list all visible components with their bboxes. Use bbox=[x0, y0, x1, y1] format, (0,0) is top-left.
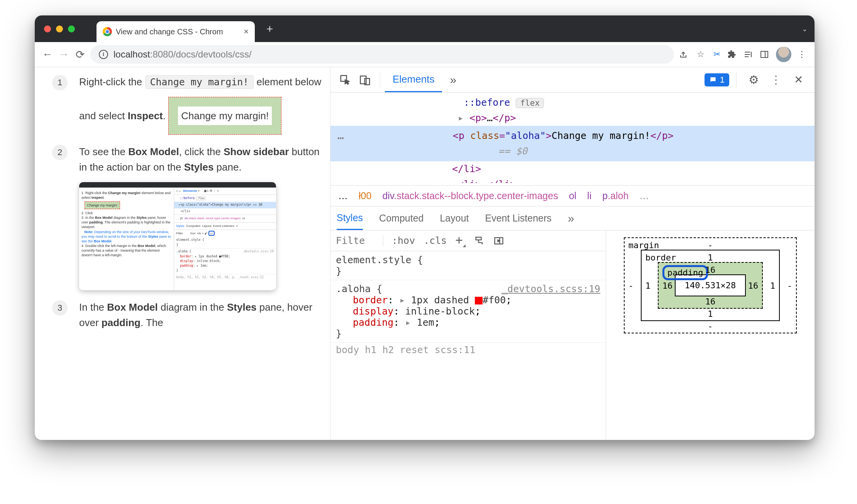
crumb-item[interactable]: p.aloh bbox=[602, 190, 628, 201]
forward-button[interactable]: → bbox=[58, 48, 69, 61]
step-text: Right-click the bbox=[79, 76, 145, 88]
step-number: 2 bbox=[52, 145, 68, 160]
menu-icon[interactable]: ⋮ bbox=[796, 49, 808, 59]
issues-badge[interactable]: 1 bbox=[705, 73, 729, 86]
css-rule[interactable]: _devtools.scss:19 .aloha { border: ▸ 1px… bbox=[330, 280, 606, 343]
kebab-icon[interactable]: ⋮ bbox=[770, 74, 782, 86]
crumb-item[interactable]: div.stack.stack--block.type.center-image… bbox=[382, 190, 558, 201]
eq0-indicator: == $0 bbox=[352, 144, 815, 159]
bm-padding-label: padding bbox=[662, 265, 708, 280]
css-rule[interactable]: element.style { } bbox=[330, 251, 606, 280]
tab-more[interactable]: » bbox=[442, 67, 464, 92]
screenshot-thumbnail: 1 Right-click the Change my margin! elem… bbox=[79, 182, 276, 290]
svg-rect-2 bbox=[361, 76, 366, 84]
cls-toggle[interactable]: .cls bbox=[423, 235, 447, 246]
crumb-item[interactable]: ol bbox=[569, 190, 576, 201]
settings-icon[interactable]: ⚙ bbox=[747, 74, 760, 86]
pseudo-before[interactable]: ::before bbox=[464, 97, 510, 108]
bookmark-icon[interactable]: ☆ bbox=[695, 49, 706, 59]
dom-breadcrumbs[interactable]: … ł00 div.stack.stack--block.type.center… bbox=[330, 185, 815, 206]
box-model-diagram[interactable]: margin - - - - border 1 1 1 1 padding bbox=[606, 230, 815, 440]
new-tab-button[interactable]: + bbox=[266, 22, 273, 36]
tab-more[interactable]: » bbox=[568, 212, 574, 225]
styles-tabs: Styles Computed Layout Event Listeners » bbox=[330, 206, 815, 230]
bm-margin-label: margin bbox=[628, 240, 659, 250]
svg-rect-0 bbox=[761, 51, 768, 58]
styles-filter-bar: :hov .cls +◢ bbox=[330, 230, 606, 251]
dom-tree[interactable]: ::before flex ▸ <p>…</p> ⋯ <p class="alo… bbox=[330, 93, 815, 185]
color-swatch[interactable] bbox=[475, 297, 483, 304]
tab-elements[interactable]: Elements bbox=[385, 67, 442, 92]
share-icon[interactable] bbox=[679, 50, 690, 59]
sidebar-toggle-icon[interactable] bbox=[493, 235, 504, 246]
browser-tab[interactable]: View and change CSS - Chrom × bbox=[97, 21, 255, 42]
source-link[interactable]: _devtools.scss:19 bbox=[501, 283, 600, 294]
extensions-icon[interactable] bbox=[727, 50, 739, 59]
profile-avatar[interactable] bbox=[776, 47, 791, 62]
filter-input[interactable] bbox=[336, 235, 374, 246]
device-icon[interactable] bbox=[359, 74, 371, 86]
sidebar-icon[interactable] bbox=[760, 50, 771, 59]
crumb-item[interactable]: ł00 bbox=[359, 190, 371, 201]
new-rule-icon[interactable]: +◢ bbox=[455, 233, 466, 248]
browser-toolbar: ← → ⟳ i localhost:8080/docs/devtools/css… bbox=[35, 42, 815, 67]
demo-element[interactable]: Change my margin! bbox=[168, 97, 281, 135]
step-number: 1 bbox=[52, 75, 68, 90]
inspect-icon[interactable] bbox=[339, 74, 351, 86]
reload-button[interactable]: ⟳ bbox=[74, 48, 86, 61]
demo-text: Change my margin! bbox=[178, 107, 272, 125]
url-host: localhost:8080/docs/devtools/css/ bbox=[113, 49, 252, 60]
browser-window: View and change CSS - Chrom × + ⌄ ← → ⟳ … bbox=[35, 15, 815, 440]
code-inline: Change my margin! bbox=[145, 75, 254, 89]
traffic-lights bbox=[44, 25, 75, 32]
titlebar: View and change CSS - Chrom × + ⌄ bbox=[35, 15, 815, 42]
bm-border-label: border bbox=[645, 253, 676, 262]
reading-list-icon[interactable] bbox=[744, 50, 755, 59]
css-rule-cut: body h1 h2 reset scss:11 bbox=[330, 343, 606, 357]
tab-event-listeners[interactable]: Event Listeners bbox=[485, 213, 552, 224]
tab-dropdown-icon[interactable]: ⌄ bbox=[802, 25, 808, 33]
styles-pane: :hov .cls +◢ element.style { } bbox=[330, 230, 606, 440]
tab-close-icon[interactable]: × bbox=[244, 27, 249, 37]
chrome-logo-icon bbox=[103, 27, 112, 36]
flex-badge[interactable]: flex bbox=[516, 98, 544, 108]
hov-toggle[interactable]: :hov bbox=[392, 235, 415, 246]
tab-layout[interactable]: Layout bbox=[440, 213, 469, 224]
tab-computed[interactable]: Computed bbox=[379, 213, 423, 224]
minimize-window-icon[interactable] bbox=[56, 25, 63, 32]
step-number: 3 bbox=[52, 300, 68, 316]
devtools-header: Elements » 1 ⚙ ⋮ ✕ bbox=[330, 67, 815, 93]
close-devtools-icon[interactable]: ✕ bbox=[792, 74, 804, 86]
paint-icon[interactable] bbox=[474, 235, 485, 246]
close-window-icon[interactable] bbox=[44, 25, 51, 32]
tab-styles[interactable]: Styles bbox=[337, 206, 363, 230]
tab-title: View and change CSS - Chrom bbox=[116, 27, 240, 36]
maximize-window-icon[interactable] bbox=[68, 25, 75, 32]
page-content: 1 Right-click the Change my margin! elem… bbox=[35, 67, 330, 440]
selected-dom-node[interactable]: ⋯ <p class="aloha">Change my margin!</p>… bbox=[330, 126, 815, 161]
devtools-panel: Elements » 1 ⚙ ⋮ ✕ ::before flex ▸ <p>…<… bbox=[330, 67, 815, 440]
site-info-icon[interactable]: i bbox=[99, 50, 108, 59]
crumb-item[interactable]: li bbox=[587, 190, 591, 201]
scissors-icon[interactable]: ✂ bbox=[711, 49, 723, 59]
url-bar[interactable]: i localhost:8080/docs/devtools/css/ bbox=[90, 45, 674, 64]
back-button[interactable]: ← bbox=[42, 48, 53, 61]
ellipsis-icon[interactable]: ⋯ bbox=[337, 130, 345, 147]
